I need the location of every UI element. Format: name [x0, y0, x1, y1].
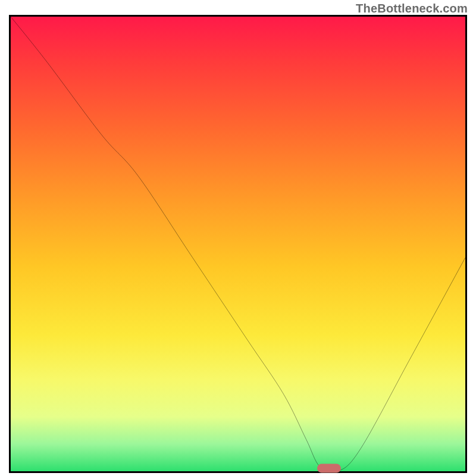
bottleneck-curve: [11, 17, 465, 471]
curve-path: [11, 17, 465, 471]
plot-frame: [9, 15, 467, 473]
chart-stage: TheBottleneck.com: [0, 0, 476, 476]
optimum-marker: [317, 464, 341, 472]
attribution-label: TheBottleneck.com: [356, 2, 468, 15]
